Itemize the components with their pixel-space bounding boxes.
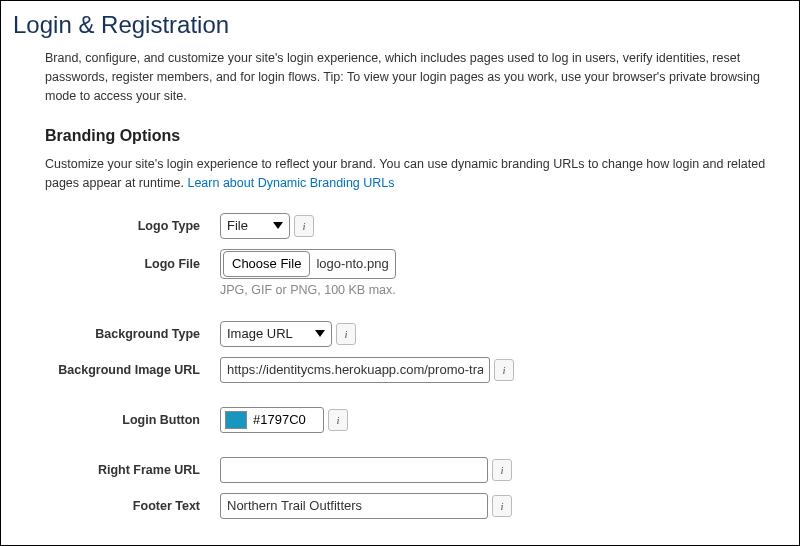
background-url-label: Background Image URL (45, 363, 220, 377)
footer-text-label: Footer Text (45, 499, 220, 513)
color-swatch (225, 411, 247, 429)
branding-description: Customize your site's login experience t… (45, 155, 767, 193)
page-description: Brand, configure, and customize your sit… (45, 49, 767, 105)
background-url-row: Background Image URL i (45, 357, 767, 383)
footer-text-row: Footer Text i (45, 493, 767, 519)
logo-file-picker: Choose File logo-nto.png (220, 249, 396, 279)
chevron-down-icon (315, 330, 325, 337)
right-frame-url-input[interactable] (220, 457, 488, 483)
right-frame-url-row: Right Frame URL i (45, 457, 767, 483)
right-frame-url-label: Right Frame URL (45, 463, 220, 477)
login-button-color-input[interactable] (253, 410, 319, 430)
background-type-select[interactable]: Image URL (220, 321, 332, 347)
logo-type-label: Logo Type (45, 219, 220, 233)
background-url-input[interactable] (220, 357, 490, 383)
login-button-color-picker[interactable] (220, 407, 324, 433)
branding-desc-text: Customize your site's login experience t… (45, 157, 765, 190)
branding-section-title: Branding Options (45, 127, 767, 145)
background-type-value: Image URL (227, 326, 311, 341)
info-icon[interactable]: i (328, 409, 348, 431)
background-type-row: Background Type Image URL i (45, 321, 767, 347)
page-title: Login & Registration (1, 11, 799, 49)
background-type-label: Background Type (45, 327, 220, 341)
info-icon[interactable]: i (336, 323, 356, 345)
login-button-row: Login Button i (45, 407, 767, 433)
chevron-down-icon (273, 222, 283, 229)
logo-type-value: File (227, 218, 266, 233)
logo-file-name: logo-nto.png (316, 256, 388, 271)
dynamic-branding-link[interactable]: Learn about Dynamic Branding URLs (187, 176, 394, 190)
choose-file-button[interactable]: Choose File (223, 251, 310, 277)
logo-file-label: Logo File (45, 257, 220, 271)
info-icon[interactable]: i (492, 459, 512, 481)
logo-file-hint-row: JPG, GIF or PNG, 100 KB max. (45, 283, 767, 297)
logo-file-hint: JPG, GIF or PNG, 100 KB max. (220, 283, 767, 297)
footer-text-input[interactable] (220, 493, 488, 519)
info-icon[interactable]: i (294, 215, 314, 237)
logo-type-row: Logo Type File i (45, 213, 767, 239)
info-icon[interactable]: i (494, 359, 514, 381)
logo-type-select[interactable]: File (220, 213, 290, 239)
logo-file-row: Logo File Choose File logo-nto.png (45, 249, 767, 279)
page-container: Login & Registration Brand, configure, a… (0, 0, 800, 546)
content-area: Brand, configure, and customize your sit… (1, 49, 799, 519)
info-icon[interactable]: i (492, 495, 512, 517)
login-button-label: Login Button (45, 413, 220, 427)
